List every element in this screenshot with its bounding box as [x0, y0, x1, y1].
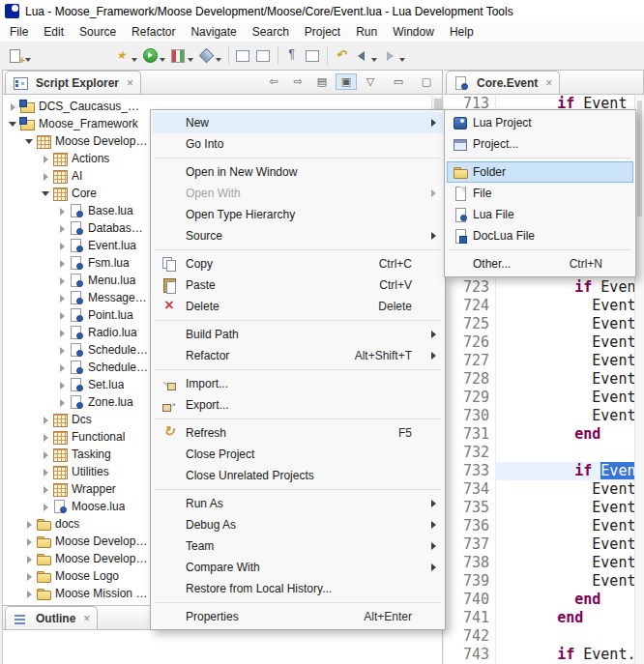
collapse-all-button[interactable]: ▤ [312, 74, 332, 89]
expand-arrow-icon[interactable] [40, 499, 52, 514]
context-menu-item-run-as[interactable]: Run As [153, 493, 443, 514]
collapse-arrow-icon[interactable] [23, 133, 36, 149]
context-menu-item-go-into[interactable]: Go Into [153, 133, 443, 155]
forward-button[interactable] [381, 44, 407, 67]
menubar-item-file[interactable]: File [2, 23, 36, 41]
line-number: 733 [444, 462, 496, 480]
collapse-arrow-icon[interactable] [7, 116, 19, 131]
expand-arrow-icon[interactable] [40, 151, 52, 166]
expand-arrow-icon[interactable] [56, 255, 69, 271]
context-menu-item-properties[interactable]: PropertiesAlt+Enter [153, 606, 443, 627]
new-wizard-button[interactable] [7, 44, 33, 67]
collapse-arrow-icon[interactable] [40, 186, 52, 201]
forward-history-button[interactable]: ⇨ [288, 74, 307, 89]
tab-core-event[interactable]: Core.Event × [446, 71, 560, 94]
expand-arrow-icon[interactable] [56, 238, 69, 253]
new-submenu-item-doclua-file[interactable]: DocLua File [447, 225, 633, 246]
context-menu-item-compare-with[interactable]: Compare With [153, 557, 443, 578]
context-menu-item-new[interactable]: New [153, 112, 443, 133]
context-menu-item-open-in-new-window[interactable]: Open in New Window [153, 161, 443, 183]
coverage-button[interactable] [169, 44, 195, 67]
profile-button[interactable] [197, 44, 223, 67]
run-button[interactable] [141, 44, 167, 67]
menubar-item-project[interactable]: Project [297, 23, 348, 41]
context-menu-item-close-unrelated-projects[interactable]: Close Unrelated Projects [153, 465, 443, 486]
context-menu-item-delete[interactable]: DeleteDelete [153, 296, 443, 317]
menubar-item-refactor[interactable]: Refactor [124, 23, 183, 41]
menubar-item-window[interactable]: Window [385, 23, 442, 41]
context-menu-item-export[interactable]: Export... [153, 394, 443, 416]
last-edit-location-button[interactable] [333, 44, 351, 67]
expand-arrow-icon[interactable] [56, 290, 69, 305]
context-menu-item-refresh[interactable]: RefreshF5 [153, 422, 443, 444]
tab-script-explorer[interactable]: Script Explorer × [5, 71, 141, 94]
menubar-item-run[interactable]: Run [348, 23, 385, 41]
close-icon[interactable]: × [545, 77, 552, 89]
context-menu-item-build-path[interactable]: Build Path [153, 324, 443, 345]
new-submenu-item-file[interactable]: File [447, 183, 633, 204]
new-submenu-item-lua-project[interactable]: Lua Project [447, 112, 633, 133]
back-button[interactable] [353, 44, 379, 67]
dropdown-arrow-icon[interactable] [371, 58, 377, 62]
menubar-item-edit[interactable]: Edit [36, 23, 72, 41]
expand-arrow-icon[interactable] [40, 168, 52, 184]
context-menu-item-source[interactable]: Source [153, 225, 443, 246]
expand-arrow-icon[interactable] [40, 481, 52, 497]
dropdown-arrow-icon[interactable] [160, 58, 165, 62]
show-whitespace-button[interactable] [283, 44, 302, 67]
dropdown-arrow-icon[interactable] [216, 58, 221, 62]
expand-arrow-icon[interactable] [40, 447, 52, 462]
menubar-item-source[interactable]: Source [72, 23, 124, 41]
expand-arrow-icon[interactable] [56, 307, 69, 323]
open-element-button[interactable] [234, 44, 252, 67]
link-with-editor-button[interactable]: ▣ [337, 74, 356, 89]
context-menu-item-copy[interactable]: CopyCtrl+C [153, 253, 443, 274]
dropdown-arrow-icon[interactable] [399, 58, 405, 62]
new-submenu-item-other[interactable]: Other...Ctrl+N [447, 253, 633, 274]
expand-arrow-icon[interactable] [23, 534, 36, 549]
back-history-button[interactable]: ⇦ [264, 74, 283, 89]
context-menu-item-team[interactable]: Team [153, 535, 443, 557]
expand-arrow-icon[interactable] [56, 220, 69, 236]
expand-arrow-icon[interactable] [56, 325, 69, 340]
expand-arrow-icon[interactable] [7, 99, 19, 114]
expand-arrow-icon[interactable] [56, 360, 69, 375]
expand-arrow-icon[interactable] [23, 516, 36, 532]
dropdown-arrow-icon[interactable] [25, 58, 31, 62]
expand-arrow-icon[interactable] [40, 412, 52, 427]
menubar-item-search[interactable]: Search [245, 23, 297, 41]
tab-outline[interactable]: Outline × [5, 606, 98, 629]
block-selection-button[interactable] [304, 44, 322, 67]
context-menu-item-close-project[interactable]: Close Project [153, 444, 443, 465]
dropdown-arrow-icon[interactable] [188, 58, 193, 62]
maximize-button[interactable]: ▢ [417, 74, 436, 89]
expand-arrow-icon[interactable] [23, 586, 36, 601]
expand-arrow-icon[interactable] [56, 377, 69, 392]
new-submenu-item-lua-file[interactable]: Lua File [447, 204, 633, 225]
context-menu-item-paste[interactable]: PasteCtrl+V [153, 274, 443, 296]
context-menu-item-import[interactable]: Import... [153, 373, 443, 394]
expand-arrow-icon[interactable] [40, 464, 52, 479]
new-submenu-item-project[interactable]: Project... [447, 133, 633, 155]
close-icon[interactable]: × [127, 77, 133, 89]
expand-arrow-icon[interactable] [56, 394, 69, 410]
context-menu-item-restore-from-local-history[interactable]: Restore from Local History... [153, 578, 443, 599]
expand-arrow-icon[interactable] [23, 551, 36, 566]
minimize-button[interactable]: ▭ [389, 74, 408, 89]
close-icon[interactable]: × [83, 613, 90, 624]
expand-arrow-icon[interactable] [56, 203, 69, 218]
view-menu-button[interactable]: ▽ [361, 74, 380, 89]
expand-arrow-icon[interactable] [40, 429, 52, 445]
context-menu-item-open-type-hierarchy[interactable]: Open Type Hierarchy [153, 204, 443, 225]
context-menu-item-debug-as[interactable]: Debug As [153, 514, 443, 535]
menubar-item-navigate[interactable]: Navigate [183, 23, 244, 41]
expand-arrow-icon[interactable] [56, 273, 69, 288]
dropdown-arrow-icon[interactable] [132, 58, 137, 62]
search-button[interactable] [254, 44, 273, 67]
expand-arrow-icon[interactable] [23, 568, 36, 584]
new-submenu-item-folder[interactable]: Folder [447, 161, 633, 183]
menubar-item-help[interactable]: Help [442, 23, 482, 41]
context-menu-item-refactor[interactable]: RefactorAlt+Shift+T [153, 345, 443, 366]
external-tools-button[interactable] [113, 44, 139, 67]
expand-arrow-icon[interactable] [56, 342, 69, 358]
